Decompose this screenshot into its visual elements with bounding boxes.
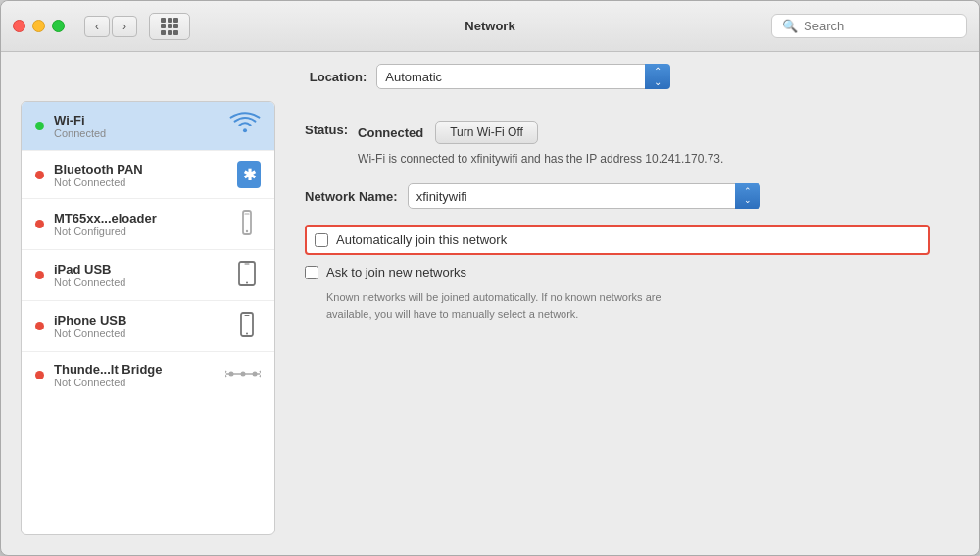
- back-icon: ‹: [95, 20, 99, 33]
- ask-join-hint: Known networks will be joined automatica…: [326, 289, 699, 322]
- status-connected-text: Connected: [358, 126, 423, 140]
- search-bar[interactable]: 🔍: [771, 14, 967, 38]
- auto-join-label[interactable]: Automatically join this network: [336, 232, 507, 247]
- turn-wifi-off-button[interactable]: Turn Wi-Fi Off: [435, 121, 538, 144]
- iphone-icon: [233, 311, 261, 341]
- mt65-item-status: Not Configured: [54, 226, 223, 237]
- svg-point-1: [246, 230, 248, 232]
- sidebar: Wi-Fi Connected Bluetooth: [21, 101, 275, 535]
- wifi-status-dot: [35, 122, 44, 130]
- iphone-item-name: iPhone USB: [54, 313, 223, 328]
- svg-point-0: [243, 128, 247, 132]
- minimize-button[interactable]: [32, 20, 45, 32]
- status-content: Connected Turn Wi-Fi Off Wi-Fi is connec…: [358, 121, 930, 168]
- status-description: Wi-Fi is connected to xfinitywifi and ha…: [358, 150, 730, 168]
- sidebar-item-ipad[interactable]: iPad USB Not Connected: [22, 250, 274, 301]
- forward-button[interactable]: ›: [112, 16, 137, 37]
- mt65-item-text: MT65xx...eloader Not Configured: [54, 211, 223, 237]
- location-select-wrapper: Automatic ⌃⌄: [376, 64, 670, 89]
- sidebar-item-thunderbolt[interactable]: Thunde...lt Bridge Not Connected: [22, 352, 274, 398]
- svg-point-11: [253, 372, 258, 377]
- nav-buttons: ‹ ›: [84, 16, 137, 37]
- bluetooth-icon: ✱: [237, 161, 261, 188]
- svg-point-10: [241, 372, 246, 377]
- svg-point-9: [229, 372, 234, 377]
- sidebar-item-bluetooth[interactable]: Bluetooth PAN Not Connected ✱: [22, 151, 274, 199]
- network-select-wrapper: xfinitywifi ⌃⌄: [408, 183, 760, 209]
- ipad-item-status: Not Connected: [54, 277, 223, 288]
- ask-join-checkbox[interactable]: [305, 266, 318, 279]
- wifi-icon: [229, 112, 261, 140]
- wifi-item-status: Connected: [54, 127, 220, 139]
- ipad-item-text: iPad USB Not Connected: [54, 262, 223, 288]
- grid-icon: [161, 18, 178, 35]
- sidebar-item-wifi[interactable]: Wi-Fi Connected: [22, 102, 274, 151]
- iphone-item-text: iPhone USB Not Connected: [54, 313, 223, 339]
- mt65-item-name: MT65xx...eloader: [54, 211, 223, 226]
- location-select[interactable]: Automatic: [376, 64, 670, 89]
- window-title: Network: [465, 19, 514, 33]
- network-name-row: Network Name: xfinitywifi ⌃⌄: [305, 183, 930, 209]
- iphone-status-dot: [35, 322, 44, 330]
- location-bar: Location: Automatic ⌃⌄: [1, 52, 979, 101]
- bluetooth-item-name: Bluetooth PAN: [54, 162, 227, 177]
- phone-icon: [233, 209, 261, 239]
- right-panel: Status: Connected Turn Wi-Fi Off Wi-Fi i…: [275, 101, 959, 535]
- network-name-select[interactable]: xfinitywifi: [408, 183, 760, 209]
- bluetooth-item-text: Bluetooth PAN Not Connected: [54, 162, 227, 188]
- svg-rect-6: [241, 313, 253, 336]
- svg-point-4: [246, 282, 248, 284]
- auto-join-checkbox[interactable]: [315, 233, 328, 247]
- checkbox-area: Automatically join this network Ask to j…: [305, 225, 930, 322]
- back-button[interactable]: ‹: [84, 16, 110, 37]
- titlebar: ‹ › Network 🔍: [1, 1, 979, 52]
- iphone-item-status: Not Connected: [54, 328, 223, 339]
- ipad-item-name: iPad USB: [54, 262, 223, 277]
- thunderbolt-item-text: Thunde...lt Bridge Not Connected: [54, 362, 216, 388]
- thunderbolt-icon: [225, 365, 261, 385]
- sidebar-item-mt65[interactable]: MT65xx...eloader Not Configured: [22, 199, 274, 250]
- ask-join-row: Ask to join new networks: [305, 265, 930, 279]
- status-row: Status: Connected Turn Wi-Fi Off Wi-Fi i…: [305, 121, 930, 168]
- ask-join-label[interactable]: Ask to join new networks: [326, 265, 466, 279]
- search-input[interactable]: [804, 19, 956, 33]
- main-content: Wi-Fi Connected Bluetooth: [1, 101, 979, 555]
- wifi-item-text: Wi-Fi Connected: [54, 113, 220, 139]
- grid-button[interactable]: [149, 13, 190, 40]
- svg-point-7: [246, 333, 248, 335]
- bluetooth-status-dot: [35, 171, 44, 179]
- wifi-item-name: Wi-Fi: [54, 113, 220, 127]
- mt65-status-dot: [35, 220, 44, 228]
- traffic-lights: [13, 20, 65, 32]
- status-label: Status:: [305, 121, 348, 137]
- close-button[interactable]: [13, 20, 25, 32]
- sidebar-item-iphone[interactable]: iPhone USB Not Connected: [22, 301, 274, 352]
- maximize-button[interactable]: [52, 20, 65, 32]
- ipad-icon: [233, 260, 261, 290]
- svg-rect-3: [239, 262, 255, 285]
- status-connected-row: Connected Turn Wi-Fi Off: [358, 121, 930, 144]
- network-name-label: Network Name:: [305, 189, 398, 204]
- auto-join-row: Automatically join this network: [305, 225, 930, 255]
- location-label: Location:: [310, 70, 368, 84]
- forward-icon: ›: [122, 20, 126, 33]
- thunderbolt-item-name: Thunde...lt Bridge: [54, 362, 216, 377]
- ipad-status-dot: [35, 271, 44, 279]
- network-window: ‹ › Network 🔍 Location: Automatic: [0, 0, 980, 556]
- thunderbolt-status-dot: [35, 371, 44, 379]
- thunderbolt-item-status: Not Connected: [54, 377, 216, 388]
- search-icon: 🔍: [782, 19, 798, 33]
- bluetooth-item-status: Not Connected: [54, 177, 227, 188]
